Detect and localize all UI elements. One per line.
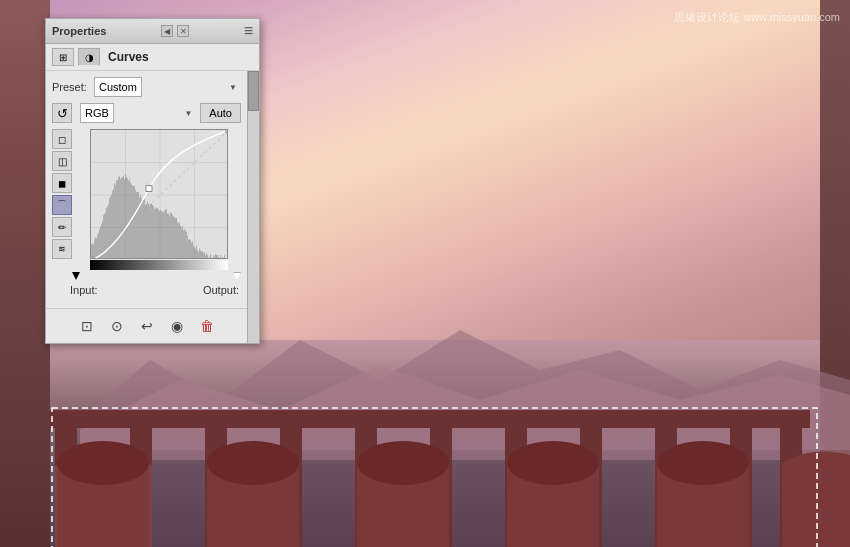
channel-dropdown-arrow: ▼ xyxy=(184,109,192,118)
tab-curves-icon[interactable]: ◑ xyxy=(78,48,100,66)
scroll-thumb[interactable] xyxy=(248,71,259,111)
watermark: 思绪设计论坛 www.missyuan.com xyxy=(674,10,840,25)
panel-scrollbar[interactable] xyxy=(247,71,259,343)
black-slider-handle[interactable] xyxy=(72,272,80,280)
eye-visibility-icon[interactable]: ◉ xyxy=(166,315,188,337)
panel-controls: ◀ ✕ xyxy=(161,25,189,37)
panel-title: Properties xyxy=(52,25,106,37)
preset-select-wrapper: Custom ▼ xyxy=(94,77,241,97)
curves-graph[interactable] xyxy=(90,129,228,259)
add-mask-icon[interactable]: ⊡ xyxy=(76,315,98,337)
watermark-text: 思绪设计论坛 www.missyuan.com xyxy=(674,11,840,23)
pencil-draw-icon[interactable]: ✏ xyxy=(52,217,72,237)
panel-content: Preset: Custom ▼ ↺ RGB ▼ xyxy=(46,71,259,302)
input-label: Input: xyxy=(70,284,98,296)
active-tab-label: Curves xyxy=(108,50,149,64)
black-eyedropper-icon[interactable]: ◼ xyxy=(52,173,72,193)
svg-rect-2 xyxy=(50,410,810,428)
channel-select[interactable]: RGB xyxy=(80,103,114,123)
auto-button[interactable]: Auto xyxy=(200,103,241,123)
preset-dropdown-arrow: ▼ xyxy=(229,83,237,92)
close-button[interactable]: ✕ xyxy=(177,25,189,37)
reset-icon[interactable]: ↺ xyxy=(52,103,72,123)
curves-tools: ◻ ◫ ◼ ⌒ ✏ ≋ xyxy=(52,129,70,270)
panel-menu-button[interactable]: ≡ xyxy=(244,23,253,39)
panel-titlebar: Properties ◀ ✕ ≡ xyxy=(46,19,259,44)
svg-point-9 xyxy=(207,441,299,485)
tools-left: ↺ xyxy=(52,103,72,123)
smooth-curve-icon[interactable]: ≋ xyxy=(52,239,72,259)
properties-panel: Properties ◀ ✕ ≡ ⊞ ◑ Curves Preset: Cust… xyxy=(45,18,260,344)
svg-point-18 xyxy=(657,441,749,485)
svg-point-15 xyxy=(507,441,599,485)
svg-point-12 xyxy=(357,441,449,485)
bottom-actions: ⊡ ⊙ ↩ ◉ 🗑 xyxy=(46,308,259,343)
visibility-toggle-icon[interactable]: ⊙ xyxy=(106,315,128,337)
panel-tabs: ⊞ ◑ Curves xyxy=(46,44,259,71)
input-gradient-bar xyxy=(90,260,228,270)
panel-inner: Preset: Custom ▼ ↺ RGB ▼ xyxy=(46,71,259,343)
preset-label: Preset: xyxy=(52,81,90,93)
gray-eyedropper-icon[interactable]: ◫ xyxy=(52,151,72,171)
white-eyedropper-icon[interactable]: ◻ xyxy=(52,129,72,149)
curves-container xyxy=(90,129,228,270)
preset-select[interactable]: Custom xyxy=(94,77,142,97)
preset-row: Preset: Custom ▼ xyxy=(52,77,241,97)
svg-point-6 xyxy=(57,441,149,485)
white-slider-handle[interactable] xyxy=(233,272,241,280)
curves-area: ◻ ◫ ◼ ⌒ ✏ ≋ xyxy=(52,129,241,270)
io-labels-row: Input: Output: xyxy=(70,284,239,296)
output-label: Output: xyxy=(203,284,239,296)
slider-row xyxy=(72,272,241,280)
curves-point-icon[interactable]: ⌒ xyxy=(52,195,72,215)
reset-adjustment-icon[interactable]: ↩ xyxy=(136,315,158,337)
collapse-button[interactable]: ◀ xyxy=(161,25,173,37)
curves-canvas[interactable] xyxy=(91,130,228,259)
tab-properties-icon[interactable]: ⊞ xyxy=(52,48,74,66)
channel-select-wrapper: RGB ▼ xyxy=(80,103,196,123)
channel-row: ↺ RGB ▼ Auto xyxy=(52,103,241,123)
delete-layer-icon[interactable]: 🗑 xyxy=(196,315,218,337)
